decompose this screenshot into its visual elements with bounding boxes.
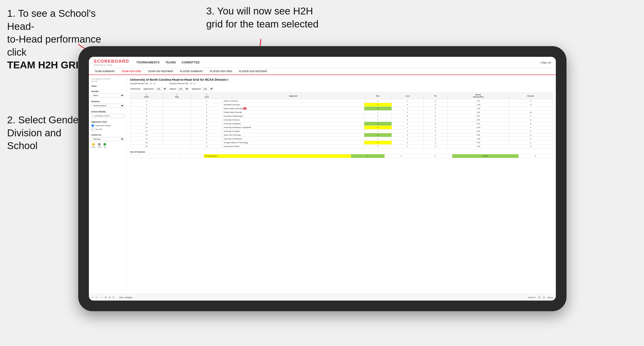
cell-diff: 5.56 xyxy=(448,133,509,137)
cell-tie: 0 xyxy=(423,137,448,141)
col-diff: Diff AvStrokes/Rnd xyxy=(448,93,509,99)
ood-diff: 26.00 xyxy=(452,154,518,158)
comment-btn[interactable]: 💬 xyxy=(538,296,541,299)
cell-reg xyxy=(163,145,191,148)
radio-top100[interactable]: Top 100 xyxy=(91,128,124,131)
sidebar-gender-label: Gender xyxy=(91,90,124,93)
app-header: SCOREBOARD Powered by clippi TOURNAMENTS… xyxy=(89,57,556,68)
subnav-player-summary[interactable]: PLAYER SUMMARY xyxy=(176,68,206,75)
cell-reg xyxy=(163,133,191,137)
view-label[interactable]: View: Original xyxy=(119,296,132,299)
cell-tie: 0 xyxy=(423,103,448,107)
nav-tournaments[interactable]: TOURNAMENTS xyxy=(136,60,160,65)
subnav-player-h2h-grid[interactable]: PLAYER H2H GRID xyxy=(206,68,236,75)
division-select[interactable]: NCAA Division I xyxy=(91,104,124,108)
tablet-frame: SCOREBOARD Powered by clippi TOURNAMENTS… xyxy=(78,46,566,311)
cell-rank: 2 xyxy=(130,99,163,103)
out-of-division-table: NCAA Division II 1 0 0 26.00 3 xyxy=(130,154,552,158)
sidebar-opponent-section: Opponent View Opponents Played Top 100 xyxy=(91,121,124,131)
cell-opponent: Texas Tech University xyxy=(222,133,364,137)
level-label: Level xyxy=(98,146,102,148)
undo-btn[interactable]: ↩ xyxy=(92,296,94,299)
subnav-player-h2h-heatmap[interactable]: PLAYER H2H HEATMAP xyxy=(236,68,270,75)
cell-loss: 1 xyxy=(392,107,423,111)
colour-select[interactable]: Win/loss xyxy=(91,137,124,141)
region-filter-label: Region xyxy=(170,88,176,90)
cell-tie: 0 xyxy=(423,111,448,114)
forward-btn[interactable]: › xyxy=(102,296,103,299)
cell-reg xyxy=(163,122,191,126)
logo: SCOREBOARD Powered by clippi xyxy=(94,59,129,66)
ood-reg xyxy=(155,154,179,158)
table-row: 2 1 Auburn University 2 1 0 1.67 9 xyxy=(130,99,552,103)
cell-win: 2 xyxy=(364,99,392,103)
color-legend: Down Level Up xyxy=(91,143,124,148)
cell-conf: 4 xyxy=(191,141,222,145)
redo-btn[interactable]: ↪ xyxy=(96,296,98,299)
sign-out[interactable]: | Sign out xyxy=(540,61,551,64)
watch-btn[interactable]: Watch ▾ xyxy=(528,296,536,299)
paste-btn[interactable]: ⊟ xyxy=(108,296,110,299)
cell-conf: 6 xyxy=(191,126,222,130)
opponents-filter-select[interactable]: (All) xyxy=(155,87,167,91)
cell-win: 1 xyxy=(364,130,392,133)
cell-loss: 0 xyxy=(392,133,423,137)
cell-tie: 0 xyxy=(423,133,448,137)
table-row: 16 3 University of Florida 3 1 0 -6.42 9 xyxy=(130,145,552,148)
sidebar-team-label: Team xyxy=(91,85,124,87)
cell-diff: -2.29 xyxy=(448,103,509,107)
radio-opponents-played[interactable]: Opponents Played xyxy=(91,124,124,127)
sidebar-opponent-label: Opponent View xyxy=(91,121,124,123)
cell-win: 1 xyxy=(364,114,392,118)
gender-select[interactable]: Men's xyxy=(91,93,124,98)
cell-conf: 3 xyxy=(191,130,222,133)
nav-items: TOURNAMENTS TEAMS COMMITTEE xyxy=(136,60,540,65)
table-row: 10 5 University of Alabama 3 0 0 2.61 8 xyxy=(130,122,552,126)
table-row: 11 6 University of Arkansas, Fayettevill… xyxy=(130,126,552,130)
region-filter-select[interactable]: (All) xyxy=(177,87,189,91)
cell-rounds: 3 xyxy=(509,114,552,118)
table-row: 3 2 Vanderbilt University 0 4 0 -2.29 8 xyxy=(130,103,552,107)
cell-opponent: University of Virginia xyxy=(222,130,364,133)
cell-reg xyxy=(163,137,191,141)
cell-rounds: 2 xyxy=(509,118,552,122)
logo-sub: Powered by clippi xyxy=(94,64,129,66)
cell-win: 1 xyxy=(364,118,392,122)
sidebar-team-section: Team xyxy=(91,85,124,87)
tablet-screen: SCOREBOARD Powered by clippi TOURNAMENTS… xyxy=(89,57,556,301)
cell-tie: 0 xyxy=(423,126,448,130)
back-btn[interactable]: ‹ xyxy=(99,296,100,299)
copy-btn[interactable]: ⊞ xyxy=(105,296,107,299)
grid-records: Overall Record: 89 - 17 - 0 Division Rec… xyxy=(130,82,552,85)
annotation-3: 3. You will now see H2H grid for the tea… xyxy=(206,5,325,30)
cell-rounds: 3 xyxy=(509,126,552,130)
opponent-filter-select[interactable]: (All) xyxy=(202,87,214,91)
cell-conf: 2 xyxy=(191,111,222,114)
nav-committee[interactable]: COMMITTEE xyxy=(182,60,200,65)
col-rounds: Rounds xyxy=(509,93,552,99)
filter-group-opponent: Opponent (All) xyxy=(192,87,214,91)
ood-win: 1 xyxy=(351,154,385,158)
cell-tie: 0 xyxy=(423,107,448,111)
share-btn[interactable]: Share xyxy=(547,296,553,299)
table-row: 9 3 University of Arizona 1 0 0 9.00 2 xyxy=(130,118,552,122)
subnav-team-h2h-heatmap[interactable]: TEAM H2H HEATMAP xyxy=(144,68,176,75)
cell-rank: 8 xyxy=(130,114,163,118)
subnav-team-summary[interactable]: TEAM SUMMARY xyxy=(91,68,118,75)
school-selector[interactable]: 1. University of Nort... xyxy=(91,114,124,118)
nav-teams[interactable]: TEAMS xyxy=(166,60,176,65)
cell-diff: -6.42 xyxy=(448,145,509,148)
cell-reg xyxy=(163,111,191,114)
sidebar-division-label: Division xyxy=(91,100,124,103)
cell-loss: 0 xyxy=(392,114,423,118)
clock-btn[interactable]: ⏱ xyxy=(112,296,115,299)
subnav-team-h2h-grid[interactable]: TEAM H2H GRID xyxy=(118,68,144,75)
cell-tie: 0 xyxy=(423,99,448,103)
cell-rounds: 9 xyxy=(509,99,552,103)
cell-opponent: University of Florida xyxy=(222,145,364,148)
cell-loss: 0 xyxy=(392,130,423,133)
filters-row: Conference Opponents: (All) Region (All) xyxy=(130,87,552,91)
grid-btn[interactable]: ⊞ xyxy=(543,296,545,299)
grid-area: University of North Carolina Head-to-Hea… xyxy=(127,75,556,294)
cell-win: 0 xyxy=(364,141,392,145)
